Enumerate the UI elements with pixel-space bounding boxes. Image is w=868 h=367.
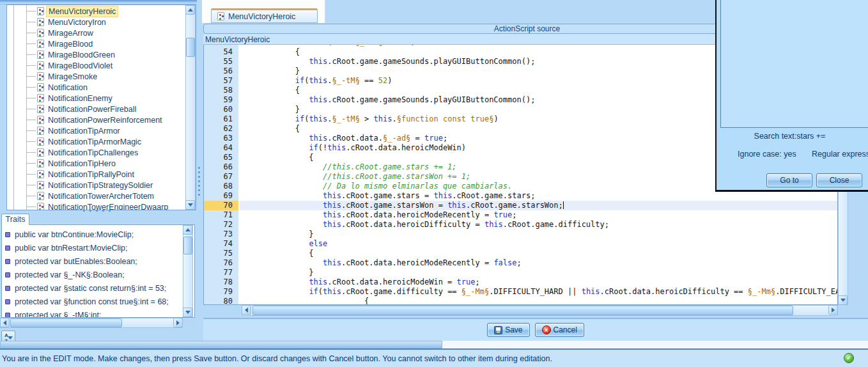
trait-icon	[5, 299, 10, 304]
line-number: 73	[204, 230, 240, 239]
trait-item[interactable]: protected var §_-tM§:int;	[3, 308, 183, 318]
trait-icon	[5, 232, 10, 237]
code-line[interactable]: 70 this.cRoot.game.starsWon = this.cRoot…	[204, 201, 837, 210]
trait-item[interactable]: protected var §function const true§:int …	[3, 295, 183, 308]
search-results-list[interactable]	[720, 0, 868, 128]
tree-item-label: Notification	[46, 82, 89, 93]
cancel-button-label: Cancel	[554, 325, 577, 334]
traits-vertical-scrollbar[interactable]	[183, 225, 193, 317]
code-line[interactable]: 77 }	[204, 268, 837, 277]
editor-horizontal-scrollbar[interactable]	[242, 305, 838, 316]
tree-vertical-scrollbar[interactable]	[185, 5, 196, 210]
line-number: 77	[204, 268, 240, 277]
tree-item[interactable]: MirageSmoke	[7, 71, 185, 82]
tree-item[interactable]: MenuVictoryIron	[7, 17, 185, 27]
horizontal-splitter-handle[interactable]	[83, 210, 114, 213]
tree-item[interactable]: NotificationPowerFireball	[7, 104, 185, 114]
scroll-up-button[interactable]	[185, 5, 195, 15]
floppy-disk-icon	[494, 326, 502, 334]
line-number: 59	[204, 95, 240, 105]
tree-item[interactable]: NotificationTipStrategySoldier	[7, 180, 185, 191]
code-line[interactable]: 79 if(this.cRoot.game.difficulty == §_-M…	[204, 287, 837, 297]
movieclip-icon	[37, 203, 44, 210]
tree-item-label: MirageBloodViolet	[46, 61, 114, 71]
scroll-left-button[interactable]	[0, 318, 10, 327]
tree-item[interactable]: NotificationTipHero	[7, 158, 185, 169]
tree-item[interactable]: NotificationEnemy	[7, 93, 185, 104]
movieclip-icon	[37, 18, 44, 26]
line-number: 79	[204, 287, 240, 297]
trait-icon	[5, 246, 10, 251]
code-line[interactable]: 74 else	[204, 239, 837, 249]
code-line[interactable]: 69 this.cRoot.game.stars = this.cRoot.ga…	[204, 191, 837, 201]
code-line[interactable]: 72 this.cRoot.data.heroicDifficulty = th…	[204, 220, 837, 230]
scroll-down-button[interactable]	[185, 200, 195, 210]
tree-item-label: NotificationTowerEngineerDwaarp	[46, 202, 170, 211]
scrollbar-thumb[interactable]	[186, 38, 195, 57]
vertical-splitter-handle[interactable]	[198, 167, 200, 196]
code-text: this.cRoot.data.heroicModeWin = true;	[240, 277, 837, 287]
tree-item-label: NotificationTipHero	[46, 159, 118, 169]
code-line[interactable]: 78 this.cRoot.data.heroicModeWin = true;	[204, 277, 837, 287]
movieclip-icon	[37, 72, 44, 81]
tree-connector	[26, 76, 36, 77]
code-line[interactable]: 75 {	[204, 249, 837, 258]
tree-item[interactable]: MenuVictoryHeroic	[7, 6, 185, 17]
trait-item[interactable]: public var btnRestart:MovieClip;	[3, 241, 183, 254]
tree-item-label: NotificationTipArmorMagic	[46, 137, 143, 147]
scroll-down-button[interactable]	[183, 308, 192, 317]
code-line[interactable]: 73 }	[204, 230, 837, 239]
goto-button[interactable]: Go to	[766, 173, 812, 187]
traits-horizontal-scrollbar[interactable]	[0, 318, 183, 328]
tree-item-label: MirageBlood	[46, 39, 95, 49]
trait-item[interactable]: protected var butEnables:Boolean;	[3, 254, 183, 268]
scrollbar-thumb[interactable]	[183, 237, 192, 254]
scroll-up-button[interactable]	[183, 225, 192, 235]
scrollbar-thumb[interactable]	[10, 318, 122, 327]
tree-item[interactable]: NotificationTipRallyPoint	[7, 169, 185, 180]
tree-item[interactable]: NotificationTowerArcherTotem	[7, 191, 185, 201]
code-text: this.cRoot.data.heroicModeRecently = tru…	[240, 210, 837, 220]
bottom-strip	[442, 341, 868, 348]
trait-icon	[5, 313, 10, 318]
tree-item[interactable]: NotificationTowerEngineerDwaarp	[7, 201, 185, 210]
cancel-button[interactable]: Cancel	[535, 323, 584, 337]
tree-connector	[26, 130, 36, 131]
trait-label: protected var §function const true§:int …	[15, 297, 169, 306]
save-button[interactable]: Save	[487, 323, 529, 337]
line-number: 76	[204, 258, 240, 268]
tree-item[interactable]: NotificationTipChallenges	[7, 147, 185, 158]
tab-menuvictoryheroic[interactable]: MenuVictoryHeroic	[211, 8, 318, 23]
tree-item[interactable]: NotificationTipArmor	[7, 125, 185, 136]
scroll-right-button[interactable]	[173, 318, 183, 327]
code-line[interactable]: 76 this.cRoot.data.heroicModeRecently = …	[204, 258, 837, 268]
tree-item[interactable]: MirageArrow	[7, 27, 185, 38]
movieclip-icon	[217, 12, 224, 20]
code-line[interactable]: 71 this.cRoot.data.heroicModeRecently = …	[204, 210, 837, 220]
code-line[interactable]: 80 {	[204, 297, 837, 305]
chevron-up-icon	[188, 8, 193, 12]
close-button[interactable]: Close	[816, 173, 862, 187]
scroll-right-button[interactable]	[828, 305, 838, 315]
scroll-left-button[interactable]	[242, 305, 251, 315]
scrollbar-thumb[interactable]	[252, 306, 793, 315]
traits-panel: public var btnContinue:MovieClip;public …	[1, 224, 195, 318]
trait-label: public var btnRestart:MovieClip;	[15, 244, 127, 253]
tree-item[interactable]: NotificationTipArmorMagic	[7, 136, 185, 147]
trait-item[interactable]: protected var §_-NK§:Boolean;	[3, 268, 183, 281]
scroll-down-button[interactable]	[838, 295, 848, 305]
tree-item[interactable]: MirageBloodGreen	[7, 49, 185, 60]
tree-connector	[26, 33, 36, 33]
bottom-scrollbar[interactable]	[0, 341, 442, 348]
trait-item[interactable]: public var btnContinue:MovieClip;	[3, 228, 183, 241]
line-number: 57	[204, 76, 240, 86]
tree-top-scrollbar[interactable]	[0, 0, 197, 4]
tab-traits[interactable]: Traits	[1, 214, 29, 225]
tree-item[interactable]: MirageBlood	[7, 38, 185, 49]
trait-item[interactable]: protected var §static const return§:int …	[3, 281, 183, 295]
tree-item[interactable]: NotificationPowerReinforcement	[7, 114, 185, 125]
movieclip-icon	[37, 29, 44, 37]
line-number: 68	[204, 182, 240, 191]
tree-item[interactable]: MirageBloodViolet	[7, 60, 185, 71]
tree-item[interactable]: Notification	[7, 82, 185, 93]
